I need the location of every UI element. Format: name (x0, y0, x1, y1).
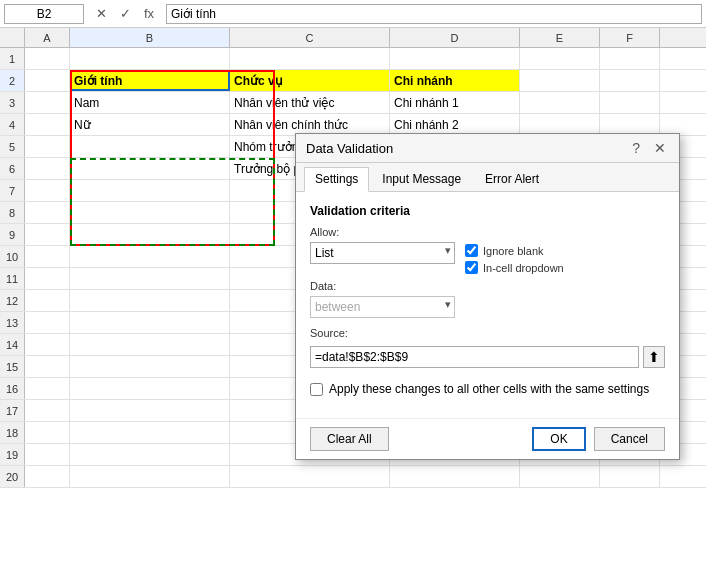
row-num-10[interactable]: 10 (0, 246, 25, 267)
cell-c3[interactable]: Nhân viên thử việc (230, 92, 390, 113)
col-header-e[interactable]: E (520, 28, 600, 47)
row-num-18[interactable]: 18 (0, 422, 25, 443)
ok-button[interactable]: OK (532, 427, 585, 451)
source-row: ⬆ (310, 346, 665, 368)
row-num-3[interactable]: 3 (0, 92, 25, 113)
cell-a7[interactable] (25, 180, 70, 201)
col-header-c[interactable]: C (230, 28, 390, 47)
cell-b7[interactable] (70, 180, 230, 201)
row-num-13[interactable]: 13 (0, 312, 25, 333)
cell-c2[interactable]: Chức vụ (230, 70, 390, 91)
in-cell-dropdown-label: In-cell dropdown (483, 262, 564, 274)
cell-a2[interactable] (25, 70, 70, 91)
cell-d4[interactable]: Chi nhánh 2 (390, 114, 520, 135)
cell-a9[interactable] (25, 224, 70, 245)
source-range-button[interactable]: ⬆ (643, 346, 665, 368)
cell-a8[interactable] (25, 202, 70, 223)
apply-changes-checkbox[interactable] (310, 383, 323, 396)
cell-c1[interactable] (230, 48, 390, 69)
row-num-5[interactable]: 5 (0, 136, 25, 157)
cell-b5[interactable] (70, 136, 230, 157)
row-num-8[interactable]: 8 (0, 202, 25, 223)
row-num-4[interactable]: 4 (0, 114, 25, 135)
col-header-d[interactable]: D (390, 28, 520, 47)
row-num-11[interactable]: 11 (0, 268, 25, 289)
cell-b6[interactable] (70, 158, 230, 179)
spreadsheet-container: A B C D E F 1 2 Giới tính Chức vụ Chi nh… (0, 28, 706, 584)
row-num-20[interactable]: 20 (0, 466, 25, 487)
cell-a6[interactable] (25, 158, 70, 179)
cell-b9[interactable] (70, 224, 230, 245)
row-num-17[interactable]: 17 (0, 400, 25, 421)
cell-a1[interactable] (25, 48, 70, 69)
in-cell-dropdown-item: In-cell dropdown (465, 261, 564, 274)
in-cell-dropdown-checkbox[interactable] (465, 261, 478, 274)
table-row: 2 Giới tính Chức vụ Chi nhánh (0, 70, 706, 92)
cell-e3[interactable] (520, 92, 600, 113)
col-header-a[interactable]: A (25, 28, 70, 47)
cell-b1[interactable] (70, 48, 230, 69)
ignore-blank-checkbox[interactable] (465, 244, 478, 257)
dialog-body: Validation criteria Allow: List Ignore b… (296, 192, 679, 418)
ignore-blank-item: Ignore blank (465, 244, 564, 257)
table-row: 1 (0, 48, 706, 70)
source-label: Source: (310, 327, 348, 339)
row-num-12[interactable]: 12 (0, 290, 25, 311)
apply-row: Apply these changes to all other cells w… (310, 382, 665, 396)
cell-b2[interactable]: Giới tính (70, 70, 230, 91)
confirm-formula-icon[interactable]: ✓ (116, 6, 134, 21)
formula-icons: ✕ ✓ fx (92, 6, 158, 21)
allow-select[interactable]: List (310, 242, 455, 264)
checkbox-col: Ignore blank In-cell dropdown (465, 244, 564, 274)
data-select[interactable]: between (310, 296, 455, 318)
cell-d1[interactable] (390, 48, 520, 69)
cancel-button[interactable]: Cancel (594, 427, 665, 451)
cell-d2[interactable]: Chi nhánh (390, 70, 520, 91)
tab-input-message[interactable]: Input Message (371, 167, 472, 191)
row-num-14[interactable]: 14 (0, 334, 25, 355)
row-num-7[interactable]: 7 (0, 180, 25, 201)
cell-f4[interactable] (600, 114, 660, 135)
dialog-tabs: Settings Input Message Error Alert (296, 163, 679, 192)
cell-b4[interactable]: Nữ (70, 114, 230, 135)
cell-e1[interactable] (520, 48, 600, 69)
dialog-help-button[interactable]: ? (629, 140, 643, 156)
source-input[interactable] (310, 346, 639, 368)
cell-a5[interactable] (25, 136, 70, 157)
cell-b8[interactable] (70, 202, 230, 223)
dialog-titlebar: Data Validation ? ✕ (296, 134, 679, 163)
clear-all-button[interactable]: Clear All (310, 427, 389, 451)
cell-e2[interactable] (520, 70, 600, 91)
fx-icon[interactable]: fx (140, 6, 158, 21)
row-num-6[interactable]: 6 (0, 158, 25, 179)
data-label: Data: (310, 280, 455, 292)
source-section: Source: ⬆ (310, 326, 665, 368)
cell-e4[interactable] (520, 114, 600, 135)
row-num-2[interactable]: 2 (0, 70, 25, 91)
col-header-b[interactable]: B (70, 28, 230, 47)
footer-left: Clear All (310, 427, 389, 451)
row-num-9[interactable]: 9 (0, 224, 25, 245)
row-num-19[interactable]: 19 (0, 444, 25, 465)
tab-settings[interactable]: Settings (304, 167, 369, 192)
cell-a3[interactable] (25, 92, 70, 113)
cell-a4[interactable] (25, 114, 70, 135)
cell-c4[interactable]: Nhân viên chính thức (230, 114, 390, 135)
validation-criteria-title: Validation criteria (310, 204, 665, 218)
cell-f2[interactable] (600, 70, 660, 91)
formula-input[interactable] (166, 4, 702, 24)
dialog-close-button[interactable]: ✕ (651, 140, 669, 156)
row-num-1[interactable]: 1 (0, 48, 25, 69)
tab-error-alert[interactable]: Error Alert (474, 167, 550, 191)
cancel-formula-icon[interactable]: ✕ (92, 6, 110, 21)
row-num-15[interactable]: 15 (0, 356, 25, 377)
cell-f1[interactable] (600, 48, 660, 69)
col-header-f[interactable]: F (600, 28, 660, 47)
row-num-16[interactable]: 16 (0, 378, 25, 399)
data-row: Data: between (310, 280, 665, 318)
apply-label: Apply these changes to all other cells w… (329, 382, 649, 396)
cell-b3[interactable]: Nam (70, 92, 230, 113)
cell-d3[interactable]: Chi nhánh 1 (390, 92, 520, 113)
cell-name-box[interactable] (4, 4, 84, 24)
cell-f3[interactable] (600, 92, 660, 113)
